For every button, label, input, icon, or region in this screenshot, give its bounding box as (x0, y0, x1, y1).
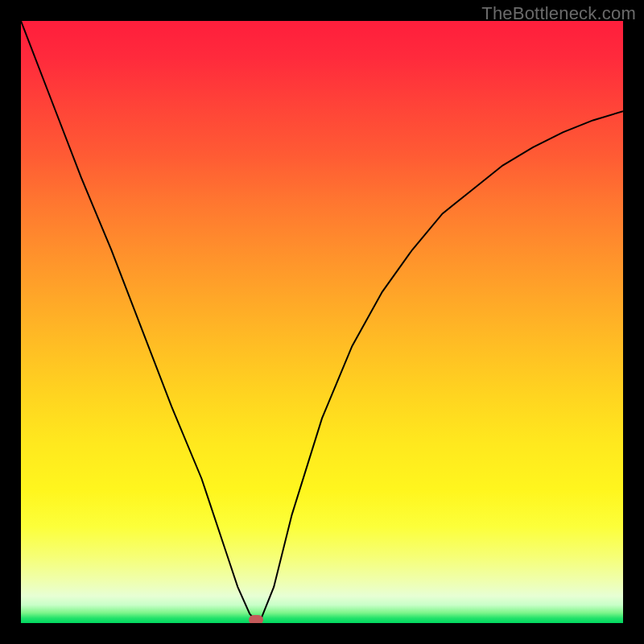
chart-frame: TheBottleneck.com (0, 0, 644, 644)
bottleneck-curve (21, 21, 623, 623)
watermark-text: TheBottleneck.com (481, 3, 636, 24)
plot-area (21, 21, 623, 623)
optimum-marker (249, 615, 263, 623)
